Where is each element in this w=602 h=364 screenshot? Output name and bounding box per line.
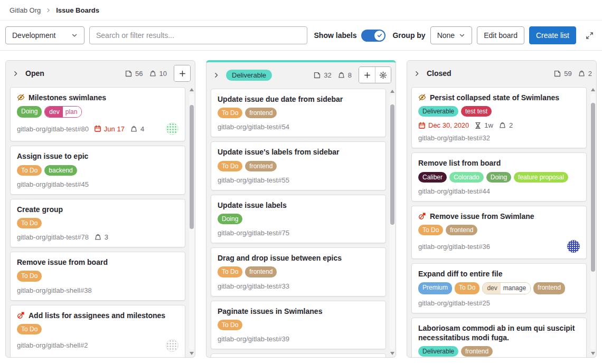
label[interactable]: To Do [17, 324, 42, 334]
column-counts: 592 [553, 70, 592, 78]
scoped-label[interactable]: devplan [44, 106, 82, 118]
label[interactable]: Doing [17, 106, 42, 118]
column-scrollbar[interactable] [189, 87, 195, 356]
create-list-button[interactable]: Create list [529, 26, 576, 44]
scroll-down-arrow-icon[interactable] [591, 352, 595, 355]
issue-card[interactable]: Remove list from boardCaliberColoradoDoi… [411, 152, 587, 201]
breadcrumb-group-link[interactable]: Gitlab Org [10, 6, 41, 14]
issue-card[interactable]: Add lists for assignees and milestonesTo… [10, 305, 185, 358]
scrollbar-track[interactable] [590, 93, 596, 350]
label[interactable]: backend [44, 165, 77, 176]
label[interactable]: To Do [218, 161, 242, 171]
scrollbar-thumb[interactable] [190, 105, 194, 229]
column-title-label[interactable]: Deliverable [226, 70, 272, 81]
calendar-icon [418, 122, 426, 129]
assignee-avatar[interactable] [567, 240, 580, 253]
show-labels-toggle[interactable] [361, 30, 385, 42]
issue-card[interactable]: Update issue's labels from sidebarTo Dof… [211, 141, 386, 190]
scrollbar-thumb[interactable] [390, 104, 394, 225]
label[interactable]: To Do [218, 108, 242, 118]
scrollbar-track[interactable] [390, 95, 395, 350]
group-by-dropdown[interactable]: None [430, 26, 472, 44]
issue-reference: gitlab-org/gitlab-test#25 [418, 299, 490, 307]
label[interactable]: To Do [17, 165, 42, 176]
issue-card[interactable]: Assign issue to epicTo Dobackendgitlab-o… [10, 146, 185, 194]
assignee-avatar[interactable] [166, 122, 178, 135]
issue-card[interactable]: Drag and drop issue between epicsTo Dofr… [211, 247, 386, 296]
scroll-up-arrow-icon[interactable] [390, 90, 394, 93]
collapse-column-icon[interactable] [413, 70, 422, 77]
label[interactable]: Doing [218, 214, 242, 224]
column-counts: 5610 [125, 70, 167, 78]
label[interactable]: Deliverable [418, 346, 458, 357]
search-input[interactable] [89, 26, 307, 44]
edit-board-button[interactable]: Edit board [477, 26, 524, 44]
label[interactable]: frontend [245, 161, 277, 171]
label[interactable]: feature proposal [514, 172, 568, 183]
label[interactable]: To Do [17, 271, 42, 281]
issue-card[interactable]: Update issue labelsDoinggitlab-org/gitla… [211, 195, 386, 243]
label[interactable]: Colorado [449, 172, 484, 183]
issue-card[interactable]: Create groupTo Dogitlab-org/gitlab-test#… [10, 199, 185, 247]
label[interactable]: To Do [218, 266, 242, 277]
label[interactable]: frontend [245, 266, 277, 277]
issue-card[interactable]: Paginate issues in SwimlanesTo Dogitlab-… [211, 301, 386, 349]
issue-reference: gitlab-org/gitlab-test#45 [17, 180, 89, 188]
add-issue-button[interactable] [174, 65, 190, 81]
issue-card[interactable]: Expand diff to entire filePremiumTo Dode… [411, 263, 587, 313]
label[interactable]: Caliber [418, 172, 447, 183]
card-title: Paginate issues in Swimlanes [218, 306, 379, 316]
assignee-avatar[interactable] [166, 339, 178, 352]
collapse-column-icon[interactable] [213, 72, 221, 79]
blocked-icon [418, 212, 426, 220]
scroll-down-arrow-icon[interactable] [390, 352, 394, 355]
issue-card[interactable] [211, 353, 386, 357]
issue-card[interactable]: Update issue due date from sidebarTo Dof… [211, 89, 386, 137]
label[interactable]: Doing [486, 172, 511, 183]
hourglass-icon [474, 122, 482, 129]
label[interactable]: frontend [245, 108, 277, 118]
column-header: Deliverable328 [206, 62, 396, 88]
scroll-down-arrow-icon[interactable] [190, 352, 194, 355]
scoped-label-value: plan [63, 107, 82, 117]
issues-count: 32 [324, 71, 331, 79]
issue-card[interactable]: Remove issue from SwimlaneTo Dofrontendg… [411, 206, 587, 259]
card-title: Remove list from board [418, 158, 580, 168]
card-title: Expand diff to entire file [418, 269, 580, 279]
label[interactable]: To Do [218, 320, 242, 330]
column-scrollbar[interactable] [389, 89, 396, 356]
label[interactable]: To Do [17, 218, 42, 228]
label[interactable]: Premium [418, 282, 452, 294]
label[interactable]: To Do [418, 225, 443, 235]
scoped-label[interactable]: devmanage [482, 282, 531, 294]
issue-card[interactable]: Remove issue from boardTo Dogitlab-org/g… [10, 252, 185, 300]
add-issue-button[interactable] [359, 67, 375, 83]
scroll-up-arrow-icon[interactable] [190, 88, 194, 91]
column-scrollbar[interactable] [590, 87, 596, 356]
card-title-text: Update issue due date from sidebar [218, 94, 343, 104]
scroll-up-arrow-icon[interactable] [591, 88, 595, 91]
column-card-list: Milestones swimlanesDoingdevplangitlab-o… [6, 86, 195, 357]
board-switcher-dropdown[interactable]: Development [5, 26, 84, 44]
list-settings-button[interactable] [375, 67, 391, 83]
label[interactable]: frontend [533, 282, 565, 294]
issue-board: Open5610Milestones swimlanesDoingdevplan… [0, 51, 602, 358]
issue-card[interactable]: Milestones swimlanesDoingdevplangitlab-o… [10, 87, 185, 141]
label[interactable]: test test [461, 106, 492, 117]
maximize-icon[interactable] [582, 28, 597, 43]
issue-card[interactable]: Persist collapsed state of SwimlanesDeli… [411, 87, 587, 148]
issue-card[interactable]: Laboriosam commodi ab in eum qui suscipi… [411, 318, 587, 358]
breadcrumb: Gitlab Org Issue Boards [0, 0, 602, 21]
weight-count: 2 [588, 70, 592, 78]
scrollbar-thumb[interactable] [591, 103, 595, 272]
label[interactable]: Deliverable [418, 106, 458, 117]
label[interactable]: To Do [455, 282, 479, 294]
board-column-closed: Closed592Persist collapsed state of Swim… [407, 60, 597, 358]
column-actions [359, 66, 391, 83]
card-title-text: Remove issue from board [17, 257, 108, 267]
collapse-column-icon[interactable] [12, 70, 21, 77]
scrollbar-track[interactable] [189, 93, 194, 350]
label[interactable]: frontend [446, 225, 477, 235]
chevron-down-icon [459, 32, 465, 39]
label[interactable]: frontend [461, 346, 493, 357]
